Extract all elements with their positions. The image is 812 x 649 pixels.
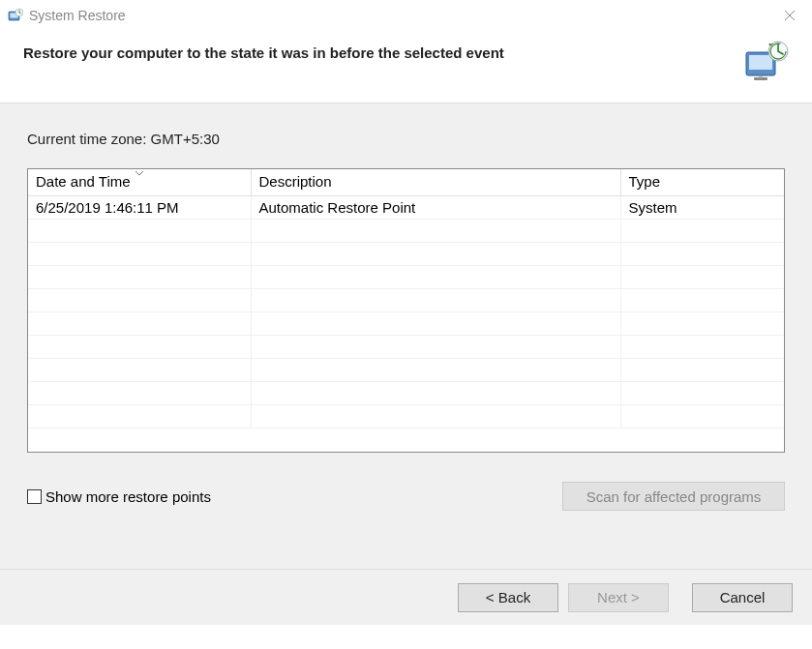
- column-header-description[interactable]: Description: [251, 169, 620, 196]
- table-row-empty: .: [28, 243, 784, 266]
- cell-type: System: [620, 196, 784, 220]
- restore-app-icon: [8, 8, 23, 23]
- checkbox-label: Show more restore points: [45, 488, 211, 505]
- table-row-empty: .: [28, 266, 784, 289]
- wizard-footer: < Back Next > Cancel: [0, 569, 812, 625]
- options-row: Show more restore points Scan for affect…: [27, 482, 785, 511]
- cell-description: Automatic Restore Point: [251, 196, 620, 220]
- restore-large-icon: [742, 39, 789, 85]
- column-header-type[interactable]: Type: [620, 169, 784, 196]
- timezone-label: Current time zone: GMT+5:30: [27, 131, 785, 147]
- scan-affected-button[interactable]: Scan for affected programs: [562, 482, 785, 511]
- close-icon: [784, 10, 796, 21]
- column-label: Description: [259, 173, 332, 190]
- svg-rect-8: [759, 75, 763, 78]
- table-row-empty: .: [28, 336, 784, 359]
- column-label: Type: [629, 173, 661, 190]
- table-header-row: Date and Time Description Type: [28, 169, 784, 196]
- table-row-empty: .: [28, 289, 784, 312]
- titlebar: System Restore: [0, 0, 812, 31]
- table-row[interactable]: 6/25/2019 1:46:11 PM Automatic Restore P…: [28, 196, 784, 220]
- column-header-date[interactable]: Date and Time: [28, 169, 251, 196]
- close-button[interactable]: [767, 0, 812, 31]
- back-button[interactable]: < Back: [458, 583, 558, 612]
- table-row-empty: .: [28, 312, 784, 336]
- restore-points-table[interactable]: Date and Time Description Type 6/25/20: [27, 168, 785, 453]
- column-label: Date and Time: [36, 173, 131, 190]
- content-panel: Current time zone: GMT+5:30 Date and Tim…: [0, 103, 812, 569]
- cell-date: 6/25/2019 1:46:11 PM: [28, 196, 251, 220]
- next-button[interactable]: Next >: [568, 583, 669, 612]
- table-row-empty: .: [28, 220, 784, 243]
- cancel-button[interactable]: Cancel: [692, 583, 793, 612]
- table-row-empty: .: [28, 382, 784, 405]
- svg-rect-6: [749, 55, 772, 70]
- page-title: Restore your computer to the state it wa…: [23, 39, 504, 61]
- chevron-down-icon: [135, 168, 144, 178]
- show-more-checkbox[interactable]: Show more restore points: [27, 488, 211, 505]
- window-title: System Restore: [29, 8, 126, 23]
- table-row-empty: .: [28, 359, 784, 382]
- checkbox-icon: [27, 489, 42, 504]
- table-row-empty: .: [28, 405, 784, 428]
- wizard-header: Restore your computer to the state it wa…: [0, 31, 812, 103]
